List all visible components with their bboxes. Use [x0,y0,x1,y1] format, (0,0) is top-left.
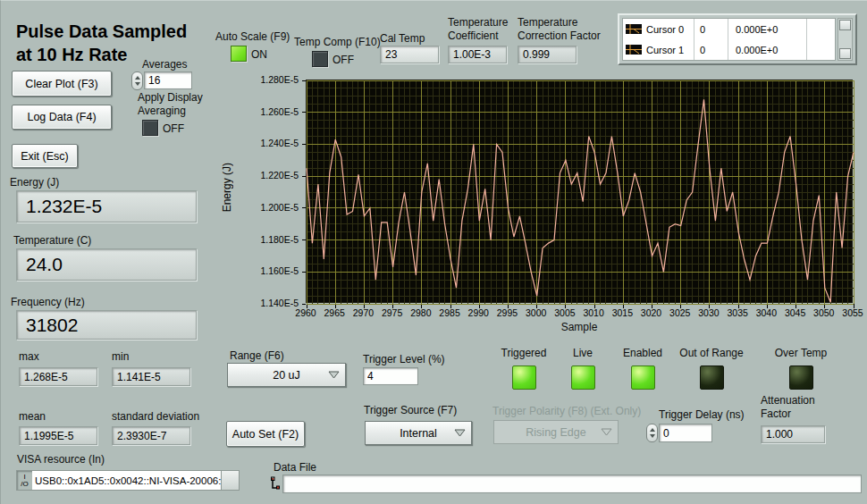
spinner-down-icon[interactable] [650,434,655,438]
min-value: 1.141E-5 [112,367,190,386]
cursor-name-cell: Cursor 1 [623,39,694,60]
x-axis-tick-label: 3005 [549,307,581,318]
cursor-x-value: 0 [694,19,728,39]
visa-resource-label: VISA resource (In) [17,453,105,466]
y-axis-tick-label: 1.260E-5 [214,106,299,117]
scrollbar-down-button[interactable] [839,48,851,59]
chevron-down-icon [454,427,466,440]
enabled-led [631,365,655,390]
temp-comp-state: OFF [332,54,354,66]
waveform-graph[interactable] [306,80,853,303]
auto-scale-state: ON [251,48,267,61]
trigger-source-value: Internal [400,427,437,440]
trigger-source-dropdown[interactable]: Internal [365,421,472,445]
x-axis-tick-label: 2970 [347,307,379,318]
scrollbar-up-button[interactable] [839,20,851,30]
cursor-legend-rows: Cursor 0 0 0.000E+0 Cursor 1 0 0.000E+0 [622,18,836,61]
min-label: min [112,350,129,363]
trigger-source-label: Trigger Source (F7) [364,404,457,416]
cursor-extra-cell [807,19,835,39]
cursor-row[interactable]: Cursor 0 0 0.000E+0 [623,19,835,39]
x-axis-tick-label: 2960 [290,307,322,318]
data-file-input[interactable] [282,475,862,493]
x-axis-tick-label: 2990 [462,307,494,318]
out-of-range-indicator: Out of Range [667,347,756,390]
visa-resource-control[interactable]: I/O [16,470,240,491]
mean-label: mean [19,410,46,423]
visa-dropdown-button[interactable] [221,471,239,490]
clear-plot-button[interactable]: Clear Plot (F3) [12,71,112,97]
trigger-level-label: Trigger Level (%) [363,353,445,365]
attenuation-factor-label: Attenuation Factor [761,394,832,420]
live-led [571,365,595,390]
y-axis-tick-label: 1.200E-5 [214,202,299,213]
energy-value: 1.232E-5 [16,190,197,223]
auto-scale-label: Auto Scale (F9) [215,30,290,43]
x-axis-tick-label: 3015 [606,307,638,318]
cursor-name-cell: Cursor 0 [623,19,694,39]
x-axis-tick-label: 3035 [721,307,753,318]
cursor-crosshair-icon [626,45,642,55]
temp-comp-label: Temp Comp (F10) [294,36,381,48]
y-axis-tick-label: 1.240E-5 [214,138,299,148]
mean-value: 1.1995E-5 [19,426,97,445]
cursor-x-value: 0 [694,39,728,60]
trigger-level-input[interactable] [363,367,418,385]
chevron-down-icon [328,369,340,382]
temperature-coefficient-input[interactable]: 1.00E-3 [448,46,507,63]
x-axis-tick-label: 2985 [434,307,466,318]
cal-temp-label: Cal Temp [380,32,425,45]
trigger-delay-input[interactable] [659,424,712,442]
apply-display-averaging-state: OFF [163,122,184,135]
cursor-y-value: 0.000E+0 [728,39,807,60]
log-data-button[interactable]: Log Data (F4) [12,105,112,130]
x-axis-tick-label: 3045 [779,307,812,318]
pulse-data-window: Pulse Data Sampled at 10 Hz Rate Clear P… [0,0,867,504]
attenuation-factor-value: 1.000 [761,425,825,443]
temperature-label: Temperature (C) [13,234,91,247]
visa-resource-input[interactable] [32,471,221,490]
temperature-correction-factor-label: Temperature Correction Factor [518,16,610,42]
cursor-row[interactable]: Cursor 1 0 0.000E+0 [623,39,835,60]
x-axis-tick-label: 3050 [808,307,840,318]
range-dropdown[interactable]: 20 uJ [227,363,346,387]
cal-temp-input[interactable]: 23 [380,46,439,63]
cursor-name: Cursor 1 [646,45,684,55]
x-axis-tick-label: 2965 [318,307,350,318]
spinner-down-icon[interactable] [135,82,140,86]
x-axis-tick-label: 3055 [837,307,867,318]
over-temp-led [789,365,813,390]
cursor-legend-panel: Cursor 0 0 0.000E+0 Cursor 1 0 0.000E+0 [618,13,857,65]
frequency-value: 31802 [16,310,197,340]
range-value: 20 uJ [273,369,300,382]
x-axis-tick-label: 3040 [750,307,782,318]
temperature-value: 24.0 [16,248,197,281]
temperature-coefficient-label: Temperature Coefficient [448,16,525,42]
range-label: Range (F6) [230,349,284,362]
spinner-up-icon[interactable] [650,428,655,432]
auto-scale-led[interactable] [231,46,247,62]
cursor-extra-cell [807,39,835,60]
y-axis-tick-label: 1.180E-5 [214,234,299,245]
out-of-range-led [700,365,724,390]
averages-input[interactable] [144,71,192,89]
x-axis-tick-label: 2975 [376,307,408,318]
spinner-up-icon[interactable] [135,76,140,80]
auto-set-button[interactable]: Auto Set (F2) [226,421,305,447]
cursor-scrollbar[interactable] [838,18,853,61]
out-of-range-label: Out of Range [667,347,756,359]
trigger-polarity-dropdown[interactable]: Rising Edge [493,420,619,444]
x-axis-tick-label: 3000 [520,307,552,318]
chevron-down-icon [601,426,612,439]
trigger-delay-label: Trigger Delay (ns) [659,408,745,421]
over-temp-indicator: Over Temp [756,347,846,390]
frequency-label: Frequency (Hz) [11,296,85,308]
exit-button[interactable]: Exit (Esc) [12,144,78,168]
x-axis-tick-label: 3020 [636,307,668,318]
temp-comp-toggle[interactable] [312,51,328,67]
std-deviation-value: 2.3930E-7 [112,426,190,445]
averages-spinner[interactable] [131,71,143,90]
apply-display-averaging-toggle[interactable] [142,120,158,136]
y-axis-tick-label: 1.140E-5 [214,298,299,308]
trigger-delay-spinner[interactable] [646,424,658,442]
